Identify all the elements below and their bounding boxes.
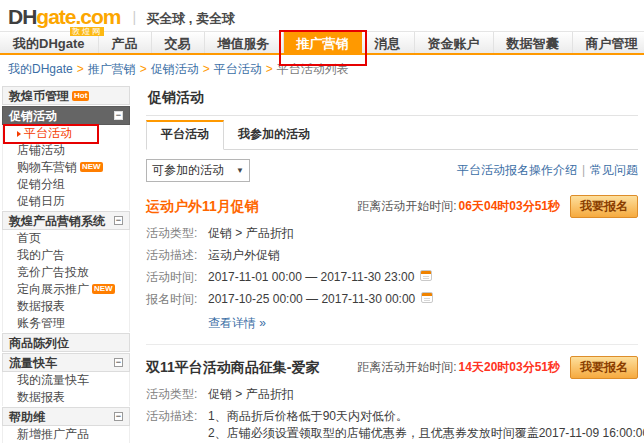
sidebar-header-label: 敦煌产品营销系统 — [9, 212, 105, 230]
nav-item-merchant-management[interactable]: 商户管理 — [573, 32, 644, 53]
sidebar-item-store-activities[interactable]: 店铺活动 — [2, 142, 130, 159]
field-value-description-line1: 1、商品折后价格低于90天内对低价。 — [208, 409, 644, 423]
logo-chinese-name: 敦煌网 — [70, 27, 104, 36]
tab-bar: 平台活动 我参加的活动 — [146, 120, 638, 150]
site-header: DHgate.com 敦煌网 | 买全球 , 卖全球 — [0, 0, 644, 31]
nav-item-data-intelligence[interactable]: 数据智囊 — [494, 32, 573, 53]
faq-link[interactable]: 常见问题 — [590, 163, 638, 177]
tab-my-joined-activities[interactable]: 我参加的活动 — [224, 121, 324, 149]
sidebar-header-label: 商品陈列位 — [9, 334, 69, 352]
sidebar-item-label: 定向展示推广 — [17, 282, 89, 296]
sidebar-item-promo-groups[interactable]: 促销分组 — [2, 176, 130, 193]
calendar-icon — [420, 270, 432, 281]
sidebar-item-label: 购物车营销 — [17, 160, 77, 174]
sidebar-header-product-marketing-system[interactable]: 敦煌产品营销系统 − — [2, 211, 130, 230]
breadcrumb-separator: > — [77, 62, 84, 76]
field-value-type: 促销 > 产品折扣 — [208, 226, 294, 240]
signup-button[interactable]: 我要报名 — [570, 195, 638, 218]
filter-row: 可参加的活动 ▼ 平台活动报名操作介绍|常见问题 — [146, 159, 638, 182]
nav-item-messages[interactable]: 消息 — [362, 32, 415, 53]
sidebar-item-data-reports[interactable]: 数据报表 — [2, 298, 130, 315]
sidebar-item-label: 首页 — [17, 231, 41, 245]
field-value-description: 运动户外促销 — [208, 248, 280, 262]
sidebar-item-label: 店铺活动 — [17, 143, 65, 157]
caret-down-icon: ▼ — [236, 166, 244, 175]
nav-item-transactions[interactable]: 交易 — [152, 32, 205, 53]
sidebar-header-label: 帮助维 — [9, 408, 45, 426]
view-details-link[interactable]: 查看详情 » — [208, 316, 266, 330]
nav-item-funds-account[interactable]: 资金账户 — [415, 32, 494, 53]
calendar-icon — [421, 292, 433, 303]
sidebar-header-dh-coin[interactable]: 敦煌币管理 Hot — [2, 86, 130, 105]
nav-item-products[interactable]: 产品 — [99, 32, 152, 53]
dhgate-logo[interactable]: DHgate.com 敦煌网 — [8, 5, 121, 29]
field-label-activity-time: 活动时间: — [146, 270, 208, 284]
sidebar-item-label: 竞价广告投放 — [17, 265, 89, 279]
nav-item-marketing-label: 推广营销 — [297, 36, 349, 51]
breadcrumb-promotions[interactable]: 促销活动 — [151, 62, 199, 76]
sidebar-item-data-reports-2[interactable]: 数据报表 — [2, 389, 130, 406]
sidebar-item-bidding-ads[interactable]: 竞价广告投放 — [2, 264, 130, 281]
breadcrumb-my-dhgate[interactable]: 我的DHgate — [8, 62, 73, 76]
breadcrumb-platform-activities[interactable]: 平台活动 — [214, 62, 262, 76]
new-badge: NEW — [80, 162, 103, 172]
field-value-signup-time: 2017-10-25 00:00 — 2017-11-30 00:00 — [208, 292, 415, 306]
sidebar-item-account-management[interactable]: 账务管理 — [2, 315, 130, 332]
tab-platform-activities[interactable]: 平台活动 — [146, 120, 224, 150]
countdown-label: 距离活动开始时间: — [357, 198, 456, 215]
sidebar-item-label: 数据报表 — [17, 390, 65, 404]
collapse-minus-icon[interactable]: − — [114, 216, 123, 225]
logo-gate-text: gate.com — [36, 5, 120, 29]
collapse-minus-icon[interactable]: − — [114, 412, 123, 421]
sidebar: 敦煌币管理 Hot 促销活动 − 平台活动 店铺活动 购物车营销NEW 促销分组… — [2, 85, 130, 443]
field-value-type: 促销 > 产品折扣 — [208, 387, 294, 401]
signup-guide-link[interactable]: 平台活动报名操作介绍 — [457, 163, 577, 177]
sidebar-item-label: 促销日历 — [17, 194, 65, 208]
sidebar-item-my-ads[interactable]: 我的广告 — [2, 247, 130, 264]
activity-title: 双11平台活动商品征集-爱家 — [146, 359, 319, 377]
sidebar-item-home[interactable]: 首页 — [2, 230, 130, 247]
field-label-description: 活动描述: — [146, 248, 208, 262]
sidebar-header-help[interactable]: 帮助维 − — [2, 407, 130, 426]
field-value-activity-time: 2017-11-01 00:00 — 2017-11-30 23:00 — [208, 270, 414, 284]
activity-filter-select[interactable]: 可参加的活动 ▼ — [146, 159, 250, 182]
sidebar-item-label: 数据报表 — [17, 299, 65, 313]
sidebar-item-my-traffic-express[interactable]: 我的流量快车 — [2, 372, 130, 389]
sidebar-header-traffic-express[interactable]: 流量快车 − — [2, 353, 130, 372]
sidebar-item-targeted-display[interactable]: 定向展示推广NEW — [2, 281, 130, 298]
sidebar-header-label: 敦煌币管理 — [9, 87, 69, 105]
sidebar-item-cart-marketing[interactable]: 购物车营销NEW — [2, 159, 130, 176]
sidebar-item-label: 我的流量快车 — [17, 373, 89, 387]
breadcrumb-separator: > — [266, 62, 273, 76]
breadcrumb: 我的DHgate>推广营销>促销活动>平台活动>平台活动列表 — [0, 55, 644, 83]
sidebar-item-platform-activities[interactable]: 平台活动 — [2, 125, 130, 142]
breadcrumb-marketing[interactable]: 推广营销 — [88, 62, 136, 76]
sidebar-item-add-promoted-product[interactable]: 新增推广产品 — [2, 426, 130, 443]
nav-item-value-added[interactable]: 增值服务 — [205, 32, 284, 53]
sidebar-item-label: 账务管理 — [17, 316, 65, 330]
signup-button[interactable]: 我要报名 — [570, 356, 638, 379]
sidebar-header-label: 促销活动 — [9, 107, 57, 125]
breadcrumb-separator: > — [203, 62, 210, 76]
field-label-signup-time: 报名时间: — [146, 292, 208, 306]
hot-badge: Hot — [72, 91, 89, 101]
collapse-minus-icon[interactable]: − — [114, 358, 123, 367]
sidebar-item-promo-calendar[interactable]: 促销日历 — [2, 193, 130, 210]
sidebar-header-product-display-slots[interactable]: 商品陈列位 — [2, 333, 130, 352]
nav-item-marketing[interactable]: 推广营销 — [284, 32, 362, 53]
activity-filter-value: 可参加的活动 — [152, 162, 224, 179]
activity-card-double11: 双11平台活动商品征集-爱家 距离活动开始时间: 14天20时03分51秒 我要… — [146, 345, 638, 445]
sidebar-item-label: 促销分组 — [17, 177, 65, 191]
activity-card-sports-outdoor: 运动户外11月促销 距离活动开始时间: 06天04时03分51秒 我要报名 活动… — [146, 184, 638, 345]
sidebar-item-label: 平台活动 — [24, 126, 72, 140]
help-links: 平台活动报名操作介绍|常见问题 — [457, 162, 638, 179]
field-label-type: 活动类型: — [146, 226, 208, 240]
sidebar-item-label: 新增推广产品 — [17, 427, 89, 441]
page-title: 促销活动 — [146, 87, 638, 116]
collapse-minus-icon[interactable]: − — [114, 111, 123, 120]
header-divider: | — [133, 9, 137, 25]
field-label-type: 活动类型: — [146, 387, 208, 401]
countdown-value: 14天20时03分51秒 — [459, 359, 560, 376]
help-links-separator: | — [582, 163, 585, 177]
sidebar-header-promotions[interactable]: 促销活动 − — [2, 106, 130, 125]
